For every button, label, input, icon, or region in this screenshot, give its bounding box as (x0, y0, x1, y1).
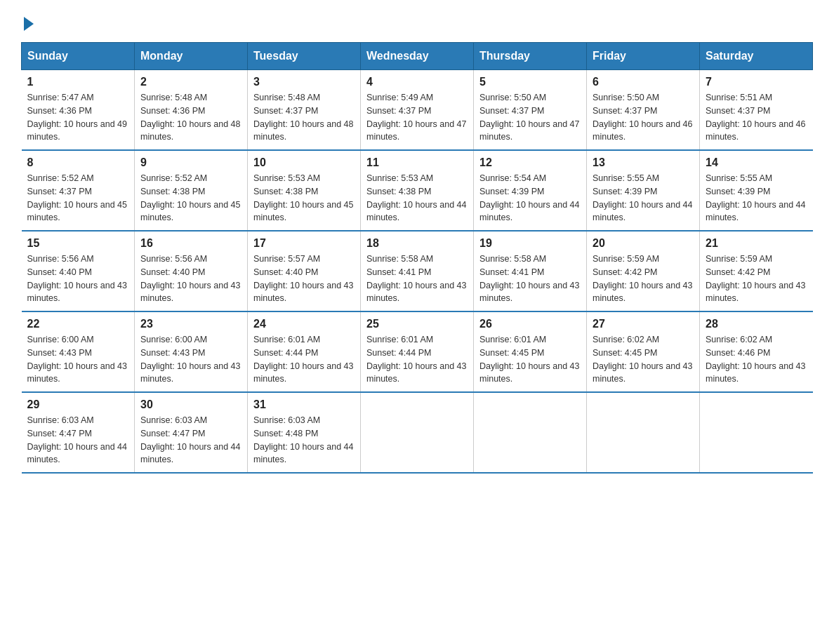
calendar-cell: 27 Sunrise: 6:02 AMSunset: 4:45 PMDaylig… (587, 311, 700, 392)
calendar-cell (700, 392, 813, 473)
day-info: Sunrise: 6:01 AMSunset: 4:44 PMDaylight:… (366, 335, 466, 384)
day-info: Sunrise: 6:03 AMSunset: 4:48 PMDaylight:… (253, 415, 353, 464)
day-number: 7 (706, 76, 807, 88)
calendar-cell: 11 Sunrise: 5:53 AMSunset: 4:38 PMDaylig… (361, 150, 474, 231)
day-info: Sunrise: 5:58 AMSunset: 4:41 PMDaylight:… (366, 254, 466, 303)
day-number: 29 (27, 398, 129, 411)
day-info: Sunrise: 5:56 AMSunset: 4:40 PMDaylight:… (27, 254, 127, 303)
day-info: Sunrise: 5:47 AMSunset: 4:36 PMDaylight:… (27, 93, 127, 142)
calendar-cell: 1 Sunrise: 5:47 AMSunset: 4:36 PMDayligh… (22, 70, 135, 151)
calendar-cell: 19 Sunrise: 5:58 AMSunset: 4:41 PMDaylig… (474, 231, 587, 311)
day-info: Sunrise: 5:50 AMSunset: 4:37 PMDaylight:… (593, 93, 692, 142)
weekday-header-saturday: Saturday (700, 43, 813, 70)
logo-arrow-icon (24, 17, 34, 31)
calendar-cell: 31 Sunrise: 6:03 AMSunset: 4:48 PMDaylig… (248, 392, 361, 473)
day-info: Sunrise: 5:54 AMSunset: 4:39 PMDaylight:… (479, 173, 579, 222)
day-number: 26 (479, 318, 581, 330)
day-number: 4 (366, 76, 468, 88)
logo (21, 14, 34, 28)
day-info: Sunrise: 5:55 AMSunset: 4:39 PMDaylight:… (593, 173, 692, 222)
calendar-cell: 30 Sunrise: 6:03 AMSunset: 4:47 PMDaylig… (135, 392, 248, 473)
calendar-cell: 29 Sunrise: 6:03 AMSunset: 4:47 PMDaylig… (22, 392, 135, 473)
day-info: Sunrise: 5:50 AMSunset: 4:37 PMDaylight:… (479, 93, 579, 142)
day-info: Sunrise: 6:00 AMSunset: 4:43 PMDaylight:… (27, 335, 127, 384)
calendar-cell: 3 Sunrise: 5:48 AMSunset: 4:37 PMDayligh… (248, 70, 361, 151)
calendar-cell: 26 Sunrise: 6:01 AMSunset: 4:45 PMDaylig… (474, 311, 587, 392)
calendar-cell: 4 Sunrise: 5:49 AMSunset: 4:37 PMDayligh… (361, 70, 474, 151)
calendar-cell: 7 Sunrise: 5:51 AMSunset: 4:37 PMDayligh… (700, 70, 813, 151)
calendar-cell: 28 Sunrise: 6:02 AMSunset: 4:46 PMDaylig… (700, 311, 813, 392)
day-number: 6 (593, 76, 694, 88)
day-info: Sunrise: 5:58 AMSunset: 4:41 PMDaylight:… (479, 254, 579, 303)
page-header (21, 14, 813, 28)
weekday-header-sunday: Sunday (22, 43, 135, 70)
day-info: Sunrise: 5:52 AMSunset: 4:37 PMDaylight:… (27, 173, 127, 222)
calendar-week-row: 15 Sunrise: 5:56 AMSunset: 4:40 PMDaylig… (22, 231, 813, 311)
day-info: Sunrise: 5:59 AMSunset: 4:42 PMDaylight:… (593, 254, 692, 303)
day-number: 27 (593, 318, 694, 330)
calendar-cell: 12 Sunrise: 5:54 AMSunset: 4:39 PMDaylig… (474, 150, 587, 231)
day-number: 16 (140, 237, 241, 250)
calendar-cell: 17 Sunrise: 5:57 AMSunset: 4:40 PMDaylig… (248, 231, 361, 311)
day-number: 13 (593, 156, 694, 169)
day-info: Sunrise: 6:03 AMSunset: 4:47 PMDaylight:… (27, 415, 127, 464)
day-info: Sunrise: 5:49 AMSunset: 4:37 PMDaylight:… (366, 93, 466, 142)
day-info: Sunrise: 6:03 AMSunset: 4:47 PMDaylight:… (140, 415, 240, 464)
calendar-cell: 24 Sunrise: 6:01 AMSunset: 4:44 PMDaylig… (248, 311, 361, 392)
calendar-cell: 18 Sunrise: 5:58 AMSunset: 4:41 PMDaylig… (361, 231, 474, 311)
day-info: Sunrise: 5:53 AMSunset: 4:38 PMDaylight:… (253, 173, 353, 222)
day-info: Sunrise: 5:59 AMSunset: 4:42 PMDaylight:… (706, 254, 805, 303)
day-number: 20 (593, 237, 694, 250)
day-info: Sunrise: 5:53 AMSunset: 4:38 PMDaylight:… (366, 173, 466, 222)
calendar-cell: 15 Sunrise: 5:56 AMSunset: 4:40 PMDaylig… (22, 231, 135, 311)
day-info: Sunrise: 5:51 AMSunset: 4:37 PMDaylight:… (706, 93, 805, 142)
day-info: Sunrise: 6:00 AMSunset: 4:43 PMDaylight:… (140, 335, 240, 384)
calendar-cell: 14 Sunrise: 5:55 AMSunset: 4:39 PMDaylig… (700, 150, 813, 231)
calendar-week-row: 29 Sunrise: 6:03 AMSunset: 4:47 PMDaylig… (22, 392, 813, 473)
weekday-header-thursday: Thursday (474, 43, 587, 70)
day-number: 31 (253, 398, 355, 411)
calendar-cell (587, 392, 700, 473)
day-number: 11 (366, 156, 468, 169)
day-number: 5 (479, 76, 581, 88)
calendar-cell: 5 Sunrise: 5:50 AMSunset: 4:37 PMDayligh… (474, 70, 587, 151)
calendar-week-row: 1 Sunrise: 5:47 AMSunset: 4:36 PMDayligh… (22, 70, 813, 151)
day-number: 12 (479, 156, 581, 169)
day-info: Sunrise: 5:48 AMSunset: 4:36 PMDaylight:… (140, 93, 240, 142)
day-number: 17 (253, 237, 355, 250)
calendar-cell (361, 392, 474, 473)
calendar-cell: 22 Sunrise: 6:00 AMSunset: 4:43 PMDaylig… (22, 311, 135, 392)
calendar-cell: 21 Sunrise: 5:59 AMSunset: 4:42 PMDaylig… (700, 231, 813, 311)
weekday-header-monday: Monday (135, 43, 248, 70)
day-number: 28 (706, 318, 807, 330)
day-number: 23 (140, 318, 241, 330)
day-number: 19 (479, 237, 581, 250)
calendar-week-row: 22 Sunrise: 6:00 AMSunset: 4:43 PMDaylig… (22, 311, 813, 392)
weekday-header-tuesday: Tuesday (248, 43, 361, 70)
day-number: 9 (140, 156, 241, 169)
day-info: Sunrise: 5:48 AMSunset: 4:37 PMDaylight:… (253, 93, 353, 142)
day-number: 25 (366, 318, 468, 330)
day-number: 3 (253, 76, 355, 88)
day-info: Sunrise: 5:52 AMSunset: 4:38 PMDaylight:… (140, 173, 240, 222)
day-number: 21 (706, 237, 807, 250)
day-number: 10 (253, 156, 355, 169)
day-number: 8 (27, 156, 129, 169)
day-number: 15 (27, 237, 129, 250)
day-info: Sunrise: 6:01 AMSunset: 4:44 PMDaylight:… (253, 335, 353, 384)
day-info: Sunrise: 6:02 AMSunset: 4:46 PMDaylight:… (706, 335, 805, 384)
calendar-cell: 2 Sunrise: 5:48 AMSunset: 4:36 PMDayligh… (135, 70, 248, 151)
calendar-cell: 25 Sunrise: 6:01 AMSunset: 4:44 PMDaylig… (361, 311, 474, 392)
day-number: 24 (253, 318, 355, 330)
weekday-header-wednesday: Wednesday (361, 43, 474, 70)
weekday-header-friday: Friday (587, 43, 700, 70)
calendar-cell: 20 Sunrise: 5:59 AMSunset: 4:42 PMDaylig… (587, 231, 700, 311)
day-info: Sunrise: 5:55 AMSunset: 4:39 PMDaylight:… (706, 173, 805, 222)
calendar-table: SundayMondayTuesdayWednesdayThursdayFrid… (21, 42, 813, 474)
day-info: Sunrise: 6:01 AMSunset: 4:45 PMDaylight:… (479, 335, 579, 384)
day-number: 14 (706, 156, 807, 169)
day-number: 2 (140, 76, 241, 88)
calendar-cell: 8 Sunrise: 5:52 AMSunset: 4:37 PMDayligh… (22, 150, 135, 231)
calendar-cell: 6 Sunrise: 5:50 AMSunset: 4:37 PMDayligh… (587, 70, 700, 151)
day-info: Sunrise: 5:56 AMSunset: 4:40 PMDaylight:… (140, 254, 240, 303)
